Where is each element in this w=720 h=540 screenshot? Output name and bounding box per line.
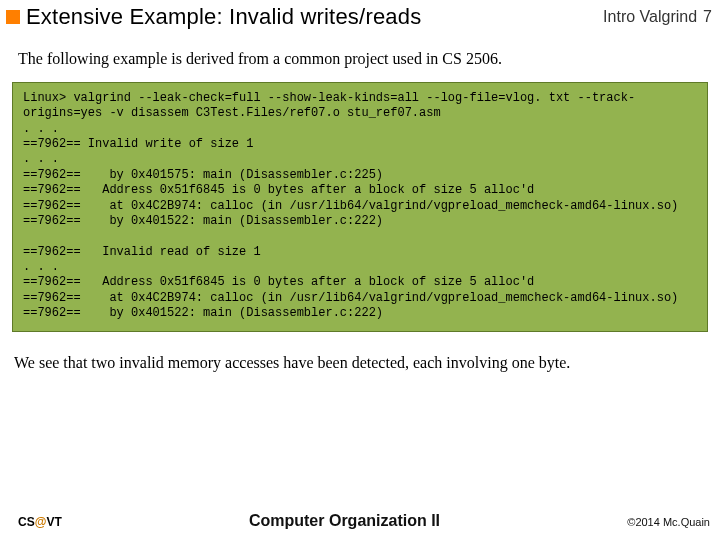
- footer-left: CS@VT: [18, 515, 62, 529]
- footer-copyright: ©2014 Mc.Quain: [627, 516, 710, 528]
- section-label: Intro Valgrind: [603, 8, 697, 25]
- footer-left-pre: CS: [18, 515, 35, 529]
- at-icon: @: [35, 515, 47, 529]
- intro-text: The following example is derived from a …: [0, 32, 720, 76]
- slide-section-page: Intro Valgrind7: [603, 8, 712, 26]
- page-number: 7: [703, 8, 712, 25]
- slide-footer: CS@VT Computer Organization II ©2014 Mc.…: [0, 512, 720, 530]
- slide-header: Extensive Example: Invalid writes/reads …: [0, 0, 720, 32]
- slide-title: Extensive Example: Invalid writes/reads: [26, 4, 603, 30]
- accent-square-icon: [6, 10, 20, 24]
- footer-left-post: VT: [46, 515, 61, 529]
- summary-text: We see that two invalid memory accesses …: [0, 332, 720, 372]
- footer-center: Computer Organization II: [62, 512, 628, 530]
- terminal-output: Linux> valgrind --leak-check=full --show…: [12, 82, 708, 332]
